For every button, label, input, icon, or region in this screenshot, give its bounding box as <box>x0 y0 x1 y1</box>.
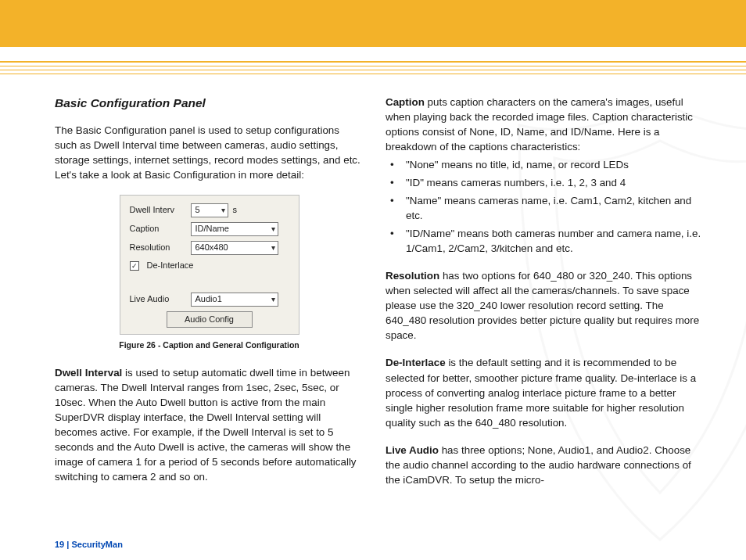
bullet-none: "None" means no title, id, name, or reco… <box>386 157 702 172</box>
liveaudio-label: Live Audio <box>130 293 191 306</box>
intro-paragraph: The Basic Configuration panel is used to… <box>55 123 364 182</box>
bullet-id: "ID" means cameras numbers, i.e. 1, 2, 3… <box>386 175 702 190</box>
bullet-name: "Name" means cameras name, i.e. Cam1, Ca… <box>386 193 702 223</box>
caption-bullets: "None" means no title, id, name, or reco… <box>386 157 702 256</box>
content-area: Basic Configuration Panel The Basic Conf… <box>0 77 746 497</box>
liveaudio-paragraph: Live Audio has three options; None, Audi… <box>386 443 702 487</box>
deinterlace-checkbox[interactable]: ✓ <box>130 261 139 271</box>
liveaudio-dropdown[interactable]: Audio1 <box>191 293 278 307</box>
dwell-suffix: s <box>233 204 238 217</box>
caption-term: Caption <box>386 96 425 108</box>
header-band <box>0 0 746 47</box>
resolution-label: Resolution <box>130 242 191 254</box>
right-column: Caption puts caption characters on the c… <box>386 95 702 497</box>
dwell-label: Dwell Interv <box>130 204 191 217</box>
dwell-dropdown[interactable]: 5 <box>191 203 228 217</box>
dwell-term: Dwell Interval <box>55 367 122 379</box>
deinterlace-term: De-Interlace <box>386 357 446 368</box>
resolution-paragraph: Resolution has two options for 640_480 o… <box>386 268 702 343</box>
panel-title: Basic Configuration Panel <box>55 95 364 112</box>
config-panel-screenshot: Dwell Interv 5 s Caption ID/Name Resolut… <box>120 195 299 335</box>
figure-caption: Figure 26 - Caption and General Configur… <box>119 339 299 351</box>
rule-set <box>0 61 746 74</box>
caption-dropdown[interactable]: ID/Name <box>191 222 278 236</box>
dwell-paragraph: Dwell Interval is used to setup automati… <box>55 365 364 484</box>
page-footer: 19 | SecurityMan <box>55 540 123 549</box>
brand-name: SecurityMan <box>71 540 122 549</box>
caption-paragraph: Caption puts caption characters on the c… <box>386 95 702 154</box>
left-column: Basic Configuration Panel The Basic Conf… <box>55 95 364 497</box>
deinterlace-paragraph: De-Interlace is the default setting and … <box>386 355 702 429</box>
resolution-term: Resolution <box>386 270 439 282</box>
figure-26: Dwell Interv 5 s Caption ID/Name Resolut… <box>55 195 364 351</box>
deinterlace-label: De-Interlace <box>147 260 194 272</box>
audio-config-button[interactable]: Audio Config <box>167 311 253 328</box>
liveaudio-term: Live Audio <box>386 444 439 456</box>
caption-label: Caption <box>130 223 191 235</box>
page-number: 19 <box>55 540 64 549</box>
resolution-dropdown[interactable]: 640x480 <box>191 241 278 255</box>
bullet-idname: "ID/Name" means both cameras number and … <box>386 226 702 256</box>
